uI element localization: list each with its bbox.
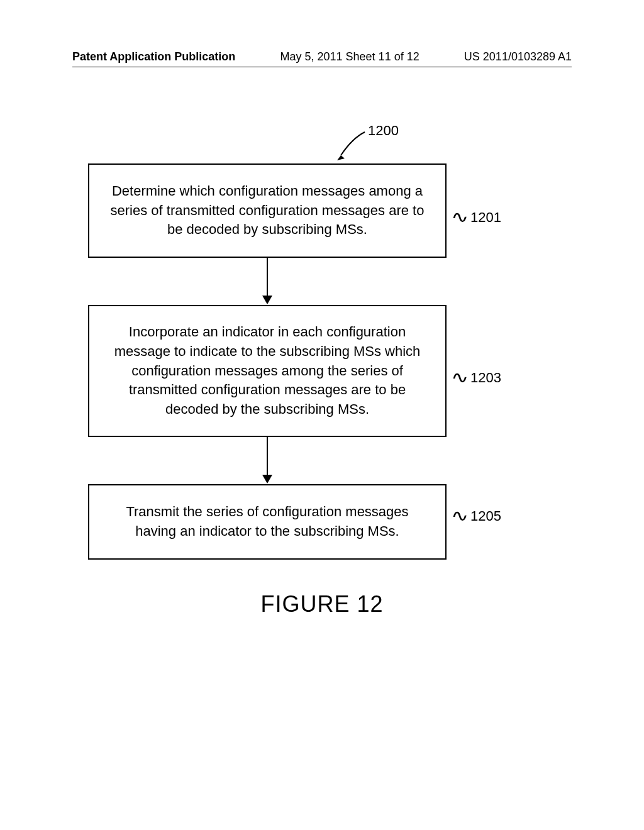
figure-caption: FIGURE 12: [0, 591, 644, 617]
svg-marker-0: [337, 155, 345, 160]
ref-label-1201: ∿ 1201: [453, 208, 501, 227]
ref-1201-text: 1201: [470, 209, 501, 226]
ref-pointer-arrow: [333, 129, 371, 166]
box-1-text: Determine which configuration messages a…: [108, 182, 426, 240]
page-header: Patent Application Publication May 5, 20…: [0, 50, 644, 64]
ref-1205-text: 1205: [470, 508, 501, 524]
flowchart-box-1: Determine which configuration messages a…: [88, 163, 447, 258]
connector-line: [267, 258, 268, 299]
arrow-down-icon: [262, 296, 272, 304]
header-divider: [72, 67, 572, 67]
ref-label-1205: ∿ 1205: [453, 506, 501, 526]
box-3-text: Transmit the series of configuration mes…: [108, 502, 426, 541]
ref-1203-text: 1203: [470, 370, 501, 386]
header-left: Patent Application Publication: [72, 50, 235, 64]
connector-1-2: [88, 258, 447, 305]
connector-line: [267, 437, 268, 478]
tilde-icon: ∿: [451, 506, 469, 526]
ref-label-1203: ∿ 1203: [453, 368, 501, 387]
ref-label-main: 1200: [368, 123, 399, 139]
arrow-down-icon: [262, 475, 272, 484]
header-right: US 2011/0103289 A1: [464, 50, 572, 64]
box-2-text: Incorporate an indicator in each configu…: [108, 323, 426, 419]
flowchart-box-2: Incorporate an indicator in each configu…: [88, 305, 447, 437]
flowchart-box-3: Transmit the series of configuration mes…: [88, 484, 447, 560]
tilde-icon: ∿: [451, 368, 469, 387]
header-center: May 5, 2011 Sheet 11 of 12: [280, 50, 419, 64]
flowchart-diagram: 1200 Determine which configuration messa…: [88, 145, 541, 560]
tilde-icon: ∿: [451, 208, 469, 227]
connector-2-3: [88, 437, 447, 484]
